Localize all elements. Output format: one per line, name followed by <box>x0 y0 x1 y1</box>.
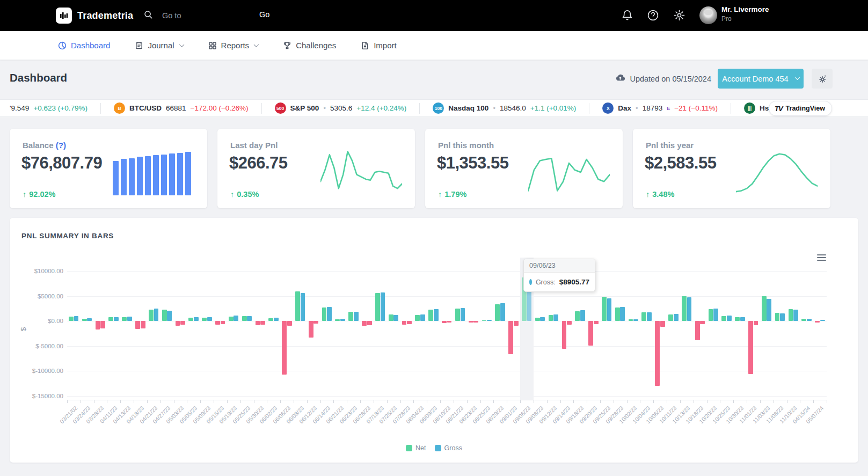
nav-item-dashboard[interactable]: Dashboard <box>58 41 110 50</box>
nav-item-reports[interactable]: Reports <box>208 41 259 50</box>
ticker-symbol-badge-icon: B <box>114 102 125 114</box>
ticker-item-btc-usd[interactable]: BBTC/USD66881−172.00 (−0.26%) <box>101 103 262 114</box>
x-axis-tick <box>280 400 281 403</box>
bar-group-06-06-23[interactable] <box>280 258 294 400</box>
balance-help-link[interactable]: (?) <box>56 141 66 150</box>
pnl-bar <box>149 310 154 321</box>
bar-group-06-08-23[interactable] <box>294 258 307 400</box>
help-icon[interactable] <box>647 9 660 22</box>
pnl-bar <box>495 304 500 321</box>
tradingview-attribution[interactable]: TV TradingView <box>769 101 831 115</box>
bar-group-10-18-23[interactable] <box>694 258 707 400</box>
bar-group-10-04-23[interactable] <box>640 258 653 400</box>
pnl-bar <box>615 307 620 321</box>
bar-group-03-28-23[interactable] <box>94 258 107 400</box>
bar-group-03-24-23[interactable] <box>81 258 94 400</box>
bar-group-06-28-23[interactable] <box>360 258 374 400</box>
user-block[interactable]: Mr. Livermore Pro <box>721 5 769 23</box>
bar-group-05-25-23[interactable] <box>240 258 254 400</box>
bar-group-10-02-23[interactable] <box>627 258 640 400</box>
bar-group-05-30-23[interactable] <box>254 258 267 400</box>
bar-group-10-25-23[interactable] <box>720 258 733 400</box>
bar-group-10-11-23[interactable] <box>667 258 680 400</box>
x-axis-tick <box>774 400 774 403</box>
bar-group-11-10-23[interactable] <box>787 258 800 400</box>
bar-group-11-03-23[interactable] <box>760 258 774 400</box>
pnl-bar <box>514 321 519 325</box>
bar-group-08-21-23[interactable] <box>454 258 467 400</box>
bar-group-11-08-23[interactable] <box>774 258 787 400</box>
bar-group-08-23-23[interactable] <box>467 258 480 400</box>
bar-group-04-27-23[interactable] <box>161 258 174 400</box>
dashboard-settings-button[interactable] <box>812 69 833 89</box>
tradingview-logo-icon: TV <box>775 105 783 113</box>
bar-group-08-09-23[interactable] <box>427 258 440 400</box>
gear-icon[interactable] <box>673 9 686 22</box>
bar-group-04-18-23[interactable] <box>134 258 147 400</box>
bar-group-09-25-23[interactable] <box>600 258 614 400</box>
card-label-text: Balance <box>23 141 54 150</box>
bar-group-06-12-23[interactable] <box>307 258 320 400</box>
bar-group-05-19-23[interactable] <box>227 258 240 400</box>
user-avatar[interactable] <box>699 6 717 24</box>
x-axis-tick <box>680 400 681 403</box>
bar-group-09-28-23[interactable] <box>614 258 627 400</box>
pnl-bar <box>455 309 460 321</box>
x-axis-tick <box>813 400 814 403</box>
nav-item-import[interactable]: Import <box>361 41 397 50</box>
up-arrow-icon: ↑ <box>438 190 442 199</box>
bar-group-10-06-23[interactable] <box>653 258 667 400</box>
pnl-bar <box>789 309 793 321</box>
account-selector-button[interactable]: Account Demo 454 <box>718 69 804 89</box>
bar-group-03-21-02[interactable] <box>67 258 81 400</box>
brand[interactable]: Trademetria <box>56 8 133 24</box>
ticker-item-partial[interactable]: '9.549+0.623 (+0.79%) <box>10 103 101 114</box>
pnl-bar <box>549 315 553 321</box>
bar-group-08-25-23[interactable] <box>480 258 494 400</box>
bar-group-07-18-23[interactable] <box>374 258 387 400</box>
bar-group-07-28-23[interactable] <box>400 258 414 400</box>
bell-icon[interactable] <box>621 9 634 22</box>
bar-group-07-25-23[interactable] <box>387 258 400 400</box>
nav-item-journal[interactable]: Journal <box>135 41 183 50</box>
pnl-bar <box>641 312 646 321</box>
bar-group-08-10-23[interactable] <box>440 258 454 400</box>
bar-group-09-01-23[interactable] <box>507 258 520 400</box>
ticker-item-s-p-500[interactable]: 500S&P 500•5305.6+12.4 (+0.24%) <box>262 103 420 114</box>
bar-group-04-15-24[interactable] <box>800 258 813 400</box>
bar-group-06-02-23[interactable] <box>267 258 280 400</box>
bar-group-06-21-23[interactable] <box>333 258 347 400</box>
bar-group-05-05-23[interactable] <box>187 258 200 400</box>
x-axis-tick <box>227 400 228 403</box>
nav-item-challenges[interactable]: Challenges <box>283 41 336 50</box>
bar-group-06-23-23[interactable] <box>347 258 360 400</box>
pnl-bar <box>508 321 513 354</box>
ticker-value: 5305.6 <box>330 104 352 112</box>
tooltip-series-label: Gross: <box>536 279 556 286</box>
bar-group-05-15-23[interactable] <box>214 258 227 400</box>
legend-item-net[interactable]: Net <box>406 444 426 452</box>
bar-group-11-01-23[interactable] <box>747 258 760 400</box>
card-value: $76,807.79 <box>21 153 102 173</box>
bar-group-05-03-23[interactable] <box>174 258 187 400</box>
global-search-input[interactable]: Go to <box>143 10 181 21</box>
bar-group-05-07-24[interactable] <box>813 258 827 400</box>
bar-group-10-30-23[interactable] <box>733 258 747 400</box>
pnl-bar <box>793 310 798 321</box>
bar-group-05-09-23[interactable] <box>200 258 214 400</box>
x-axis-tick <box>427 400 427 403</box>
legend-item-gross[interactable]: Gross <box>435 444 462 452</box>
bar-group-08-04-23[interactable] <box>413 258 427 400</box>
stat-card-last-day-pnl: Last day Pnl$266.75↑0.35% <box>217 129 415 208</box>
go-button[interactable]: Go <box>259 10 269 19</box>
bar-group-10-20-23[interactable] <box>707 258 720 400</box>
bar-group-08-29-23[interactable] <box>493 258 507 400</box>
bar-group-10-13-23[interactable] <box>680 258 694 400</box>
bar-group-04-13-23[interactable] <box>120 258 134 400</box>
bar-group-04-11-23[interactable] <box>107 258 120 400</box>
bar-group-06-14-23[interactable] <box>320 258 334 400</box>
ticker-item-nasdaq-100[interactable]: 100Nasdaq 100•18546.0+1.1 (+0.01%) <box>420 103 589 114</box>
bar-group-04-21-23[interactable] <box>147 258 161 400</box>
ticker-item-dax[interactable]: XDax•18793E−21 (−0.11%) <box>589 103 731 114</box>
x-axis-tick <box>147 400 148 403</box>
